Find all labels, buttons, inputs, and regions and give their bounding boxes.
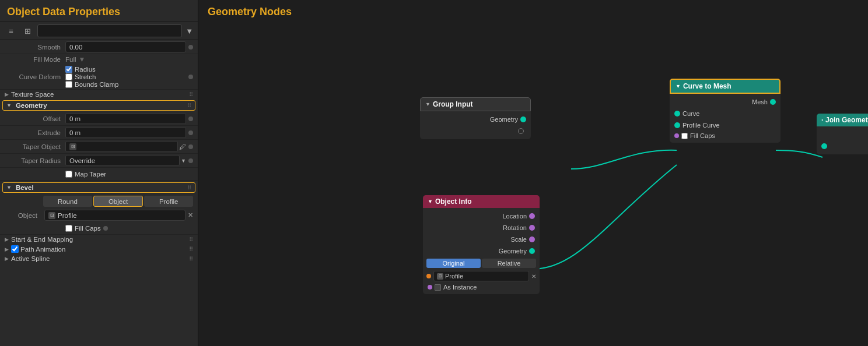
offset-label: Offset bbox=[7, 115, 65, 122]
fill-caps-checkbox[interactable]: Fill Caps bbox=[65, 225, 101, 232]
geometry-section-dots: ⠿ bbox=[187, 103, 191, 109]
oi-geometry-socket[interactable] bbox=[529, 248, 535, 254]
taper-object-value[interactable]: ⊡ bbox=[65, 141, 178, 152]
view-icon[interactable]: ⊞ bbox=[21, 24, 34, 37]
bevel-chevron: ▼ bbox=[6, 185, 12, 190]
join-geometry-header: › Join Geometry ⠿ bbox=[817, 114, 868, 126]
join-geometry-body bbox=[817, 126, 868, 154]
bevel-object-button[interactable]: Object bbox=[93, 196, 144, 207]
ctm-fillcaps-label: Fill Caps bbox=[690, 132, 715, 139]
radius-check[interactable] bbox=[65, 66, 72, 73]
ctm-profile-row: Profile Curve bbox=[670, 119, 780, 131]
stretch-checkbox[interactable]: Stretch bbox=[65, 73, 186, 80]
bevel-section-label: Bevel bbox=[16, 184, 34, 191]
object-field[interactable]: ⊡ Profile bbox=[44, 210, 186, 221]
fill-mode-arrow: ▼ bbox=[79, 55, 86, 63]
search-input[interactable] bbox=[37, 24, 182, 37]
extrude-dot[interactable] bbox=[188, 130, 193, 135]
extrude-row: Extrude 0 m bbox=[0, 126, 198, 140]
menu-icon[interactable]: ≡ bbox=[5, 24, 18, 37]
fill-mode-row: Fill Mode Full ▼ bbox=[0, 54, 198, 65]
fill-caps-check[interactable] bbox=[65, 225, 72, 232]
taper-object-dot[interactable] bbox=[188, 144, 193, 149]
smooth-dot[interactable] bbox=[188, 45, 193, 50]
ctm-curve-socket[interactable] bbox=[674, 111, 680, 116]
join-geometry-title: Join Geometry bbox=[825, 116, 868, 124]
ctm-mesh-socket[interactable] bbox=[770, 99, 776, 105]
path-animation-dots: ⠿ bbox=[189, 246, 193, 252]
map-taper-check[interactable] bbox=[65, 171, 72, 178]
curve-deform-row: Curve Deform Radius Stretch Bounds Clamp bbox=[0, 65, 198, 90]
oi-scale-label: Scale bbox=[510, 236, 527, 243]
object-field-icon: ⊡ bbox=[48, 212, 55, 219]
ctm-fillcaps-socket[interactable] bbox=[674, 133, 679, 138]
taper-radius-dot[interactable] bbox=[188, 158, 193, 163]
ctm-profile-socket[interactable] bbox=[674, 122, 680, 128]
oi-rotation-label: Rotation bbox=[503, 224, 527, 231]
oi-as-instance-label: As Instance bbox=[443, 284, 477, 291]
fill-mode-value[interactable]: Full bbox=[65, 56, 76, 63]
pin-icon[interactable]: ▼ bbox=[186, 27, 193, 36]
bevel-profile-button[interactable]: Profile bbox=[144, 196, 193, 207]
path-animation-checkbox[interactable]: Path Animation bbox=[11, 245, 65, 253]
map-taper-checkbox[interactable]: Map Taper bbox=[65, 171, 106, 178]
oi-relative-button[interactable]: Relative bbox=[482, 259, 536, 268]
bounds-clamp-checkbox[interactable]: Bounds Clamp bbox=[65, 81, 186, 88]
curve-to-mesh-chevron: ▼ bbox=[676, 83, 681, 89]
smooth-value[interactable]: 0.00 bbox=[65, 41, 186, 52]
texture-space-row[interactable]: ▶ Texture Space ⠿ bbox=[0, 90, 198, 99]
offset-dot[interactable] bbox=[188, 116, 193, 121]
group-input-node: ▼ Group Input Geometry bbox=[420, 97, 531, 139]
oi-as-instance-check[interactable] bbox=[435, 284, 441, 291]
start-end-mapping-row[interactable]: ▶ Start & End Mapping ⠿ bbox=[0, 235, 198, 244]
offset-value[interactable]: 0 m bbox=[65, 113, 186, 124]
geometry-section-label: Geometry bbox=[16, 102, 47, 109]
taper-radius-arrow[interactable]: ▼ bbox=[181, 158, 186, 164]
oi-rotation-socket[interactable] bbox=[529, 225, 535, 231]
ctm-fillcaps-check[interactable] bbox=[681, 133, 688, 139]
group-input-geometry-socket[interactable] bbox=[520, 116, 526, 122]
bounds-clamp-check[interactable] bbox=[65, 81, 72, 88]
oi-original-button[interactable]: Original bbox=[426, 259, 481, 268]
stretch-check[interactable] bbox=[65, 73, 72, 80]
path-animation-arrow: ▶ bbox=[5, 246, 9, 252]
object-clear-button[interactable]: ✕ bbox=[188, 211, 193, 219]
oi-clear-button[interactable]: ✕ bbox=[531, 273, 536, 280]
bevel-round-button[interactable]: Round bbox=[43, 196, 92, 207]
start-end-label: Start & End Mapping bbox=[11, 236, 73, 243]
active-spline-row[interactable]: ▶ Active Spline ⠿ bbox=[0, 254, 198, 263]
curve-deform-dot[interactable] bbox=[188, 75, 193, 79]
group-input-empty-socket bbox=[518, 128, 524, 134]
join-geometry-node: › Join Geometry ⠿ bbox=[817, 114, 868, 154]
object-info-header: ▼ Object Info bbox=[423, 195, 540, 208]
path-animation-row[interactable]: ▶ Path Animation ⠿ bbox=[0, 244, 198, 254]
oi-scale-socket[interactable] bbox=[529, 236, 535, 242]
curve-to-mesh-body: Mesh Curve Profile Curve Fill Caps bbox=[670, 94, 780, 143]
fill-caps-dot[interactable] bbox=[103, 226, 108, 231]
texture-space-label: Texture Space bbox=[11, 91, 54, 98]
ctm-curve-row: Curve bbox=[670, 108, 780, 119]
start-end-arrow: ▶ bbox=[5, 236, 9, 242]
jg-input-socket[interactable] bbox=[821, 143, 827, 149]
group-input-geometry-row: Geometry bbox=[420, 114, 531, 125]
oi-rotation-row: Rotation bbox=[423, 222, 540, 234]
ctm-mesh-row: Mesh bbox=[670, 96, 780, 108]
extrude-value[interactable]: 0 m bbox=[65, 127, 186, 138]
taper-object-edit[interactable]: 🖊 bbox=[179, 143, 186, 151]
path-animation-check[interactable] bbox=[11, 245, 19, 253]
ctm-fillcaps-row: Fill Caps bbox=[670, 131, 780, 140]
object-info-node: ▼ Object Info Location Rotation Scale Ge… bbox=[423, 195, 540, 294]
bevel-section-header[interactable]: ▼ Bevel ⠿ bbox=[2, 182, 195, 193]
taper-radius-value[interactable]: Override bbox=[65, 155, 180, 166]
radius-checkbox[interactable]: Radius bbox=[65, 66, 186, 73]
oi-location-row: Location bbox=[423, 210, 540, 222]
geometry-section-header[interactable]: ▼ Geometry ⠿ bbox=[2, 100, 195, 111]
oi-location-socket[interactable] bbox=[529, 213, 535, 219]
toolbar-row: ≡ ⊞ ▼ bbox=[0, 22, 198, 40]
left-panel: Object Data Properties ≡ ⊞ ▼ Smooth 0.00… bbox=[0, 0, 198, 346]
ctm-curve-label: Curve bbox=[682, 110, 699, 117]
curve-deform-label: Curve Deform bbox=[7, 73, 65, 80]
oi-profile-field[interactable]: ⊡ Profile bbox=[433, 271, 529, 281]
oi-button-row: Original Relative bbox=[423, 257, 540, 270]
taper-object-row: Taper Object ⊡ 🖊 bbox=[0, 140, 198, 154]
